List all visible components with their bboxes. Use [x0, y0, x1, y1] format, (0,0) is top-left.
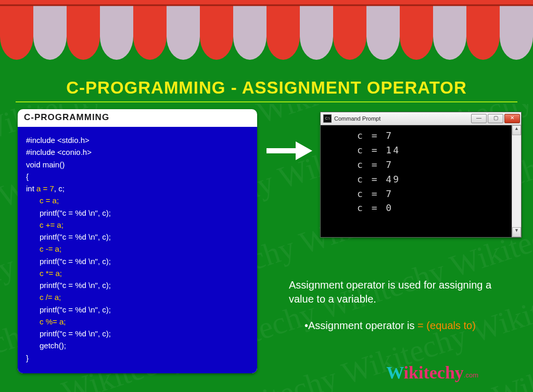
- svg-marker-20: [296, 141, 312, 160]
- command-prompt-body: c = 7 c = 14 c = 7 c = 49 c = 7 c = 0 ▲ …: [321, 125, 521, 237]
- code-line: }: [26, 352, 249, 364]
- code-line: c += a;: [26, 219, 249, 231]
- code-line: int a = 7, c;: [26, 182, 249, 194]
- code-card-header: C-PROGRAMMING: [18, 109, 257, 127]
- code-line: #include <conio.h>: [26, 146, 249, 158]
- code-line: printf("c = %d \n", c);: [26, 231, 249, 243]
- code-line: printf("c = %d \n", c);: [26, 328, 249, 339]
- code-line: getch();: [26, 339, 249, 351]
- code-line: c %= a;: [26, 316, 249, 328]
- code-line: printf("c = %d \n", c);: [26, 304, 249, 316]
- code-line: c /= a;: [26, 291, 249, 303]
- scroll-down-button[interactable]: ▼: [512, 227, 521, 237]
- code-line: c *= a;: [26, 267, 249, 279]
- brand-logo: Wikitechy.com: [386, 363, 478, 383]
- code-line: printf("c = %d \n", c);: [26, 279, 249, 291]
- code-line: printf("c = %d \n", c);: [26, 207, 249, 219]
- code-line: printf("c = %d \n", c);: [26, 255, 249, 267]
- command-prompt-window: C:\ Command Prompt — ▢ ✕ c = 7 c = 14 c …: [320, 112, 522, 238]
- minimize-button[interactable]: —: [471, 114, 487, 123]
- scroll-up-button[interactable]: ▲: [512, 125, 521, 135]
- description-bullet: •Assignment operator is = (equals to): [289, 319, 513, 333]
- code-line: c -= a;: [26, 243, 249, 255]
- command-prompt-titlebar: C:\ Command Prompt — ▢ ✕: [321, 112, 521, 125]
- code-line: c = a;: [26, 194, 249, 206]
- description-line: Assignment operator is used for assignin…: [289, 278, 513, 306]
- code-line: void main(): [26, 159, 249, 171]
- close-button[interactable]: ✕: [504, 114, 520, 123]
- code-line: {: [26, 171, 249, 182]
- code-line: #include <stdio.h>: [26, 134, 249, 146]
- awning-decoration: [0, 0, 533, 83]
- page-title: C-PROGRAMMING - ASSIGNMENT OPERATOR: [0, 78, 533, 98]
- maximize-button[interactable]: ▢: [488, 114, 503, 123]
- code-card-body: #include <stdio.h>#include <conio.h>void…: [18, 127, 257, 373]
- code-card: C-PROGRAMMING #include <stdio.h>#include…: [18, 109, 257, 373]
- command-prompt-output: c = 7 c = 14 c = 7 c = 49 c = 7 c = 0: [357, 128, 400, 215]
- scrollbar[interactable]: ▲ ▼: [512, 125, 521, 237]
- arrow-icon: [265, 140, 312, 161]
- description-text: Assignment operator is used for assignin…: [289, 278, 513, 333]
- heading-rule: [16, 101, 517, 102]
- command-prompt-title: Command Prompt: [334, 115, 471, 122]
- command-prompt-icon: C:\: [323, 114, 332, 123]
